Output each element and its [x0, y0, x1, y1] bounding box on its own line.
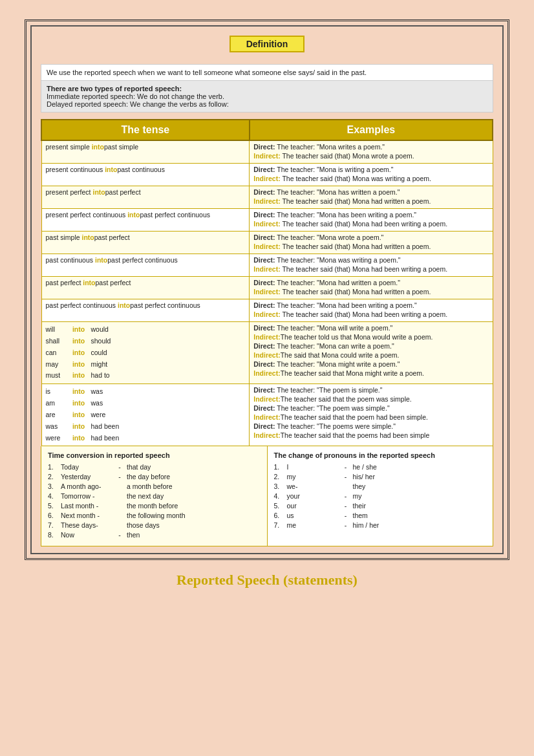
- tense-cell: present perfect continuous intopast perf…: [41, 209, 250, 232]
- modal-cell: willintowouldshallintoshouldcanintocould…: [41, 322, 250, 384]
- tense-cell: past simple intopast perfect: [41, 232, 250, 254]
- pronoun-change: The change of pronouns in the reported s…: [268, 446, 493, 546]
- list-item: 5.our-their: [274, 502, 487, 510]
- types-box: There are two types of reported speech: …: [41, 81, 493, 113]
- examples-cell: Direct: The teacher: "Mona had written a…: [250, 277, 493, 299]
- list-item: 7.me-him / her: [274, 521, 487, 529]
- examples-cell: Direct: The teacher: "Mona was writing a…: [250, 254, 493, 277]
- time-list: 1.Today-that day2.Yesterday-the day befo…: [48, 463, 261, 539]
- page-title: Reported Speech (statements): [176, 572, 358, 589]
- list-item: 3.A month ago-a month before: [48, 482, 261, 490]
- tense-cell: past continuous intopast perfect continu…: [41, 254, 250, 277]
- examples-cell: Direct: The teacher: "Mona is writing a …: [250, 164, 493, 186]
- list-item: 6.Next month -the following month: [48, 512, 261, 519]
- pronoun-change-title: The change of pronouns in the reported s…: [274, 451, 487, 459]
- type2: Delayed reported speech: We change the v…: [47, 100, 487, 108]
- tense-cell: present perfect intopast perfect: [41, 186, 250, 209]
- list-item: 4.Tomorrow -the next day: [48, 492, 261, 500]
- modal-examples-cell: Direct: The teacher: "Mona will write a …: [250, 322, 493, 384]
- list-item: 1.Today-that day: [48, 463, 261, 471]
- examples-cell: Direct: The teacher: "Mona had been writ…: [250, 299, 493, 322]
- list-item: 3.we-they: [274, 482, 487, 490]
- examples-cell: Direct: The teacher: "Mona has been writ…: [250, 209, 493, 232]
- types-title: There are two types of reported speech:: [47, 85, 487, 92]
- tense-cell: past perfect intopast perfect: [41, 277, 250, 299]
- tense-cell: past perfect continuous intopast perfect…: [41, 299, 250, 322]
- main-table: The tense Examples present simple intopa…: [41, 119, 493, 446]
- intro-text: We use the reported speech when we want …: [41, 64, 493, 81]
- list-item: 1.I-he / she: [274, 463, 487, 471]
- tense-cell: present simple intopast simple: [41, 140, 250, 164]
- col2-header: Examples: [250, 120, 493, 140]
- col1-header: The tense: [41, 120, 250, 140]
- bottom-section: Time conversion in reported speech 1.Tod…: [41, 446, 493, 546]
- inner-border: Definition We use the reported speech wh…: [30, 25, 504, 554]
- list-item: 5.Last month -the month before: [48, 502, 261, 510]
- outer-border: Definition We use the reported speech wh…: [25, 19, 509, 560]
- definition-title: Definition: [230, 36, 305, 52]
- time-conversion: Time conversion in reported speech 1.Tod…: [41, 446, 268, 546]
- examples-cell: Direct: The teacher: "Mona writes a poem…: [250, 140, 493, 164]
- tense-cell: present continuous intopast continuous: [41, 164, 250, 186]
- list-item: 2.Yesterday-the day before: [48, 473, 261, 481]
- type1: Immediate reported speech: We do not cha…: [47, 92, 487, 100]
- list-item: 4.your-my: [274, 492, 487, 500]
- list-item: 6.us-them: [274, 512, 487, 519]
- time-conversion-title: Time conversion in reported speech: [48, 451, 261, 459]
- list-item: 8.Now-then: [48, 531, 261, 539]
- list-item: 2.my-his/ her: [274, 473, 487, 481]
- list-item: 7.These days-those days: [48, 521, 261, 529]
- be-examples-cell: Direct: The teacher: "The poem is simple…: [250, 384, 493, 446]
- be-verbs-cell: isintowasamintowasareintowerewasintohad …: [41, 384, 250, 446]
- pronoun-list: 1.I-he / she2.my-his/ her3.we-they4.your…: [274, 463, 487, 529]
- definition-section: Definition: [41, 36, 493, 58]
- examples-cell: Direct: The teacher: "Mona has written a…: [250, 186, 493, 209]
- examples-cell: Direct: The teacher: "Mona wrote a poem.…: [250, 232, 493, 254]
